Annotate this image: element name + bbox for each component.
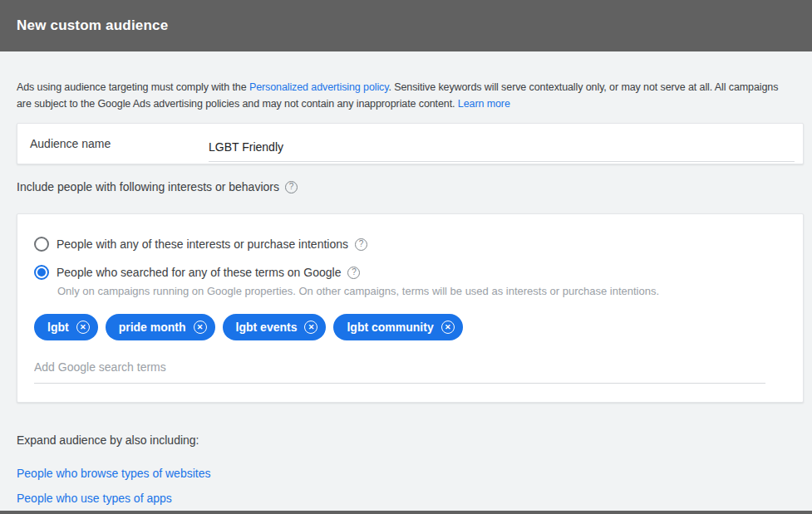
- radio-option-interests[interactable]: People with any of these interests or pu…: [34, 233, 790, 255]
- search-term-chip[interactable]: lgbt events ✕: [223, 314, 327, 340]
- search-term-chip[interactable]: lgbt community ✕: [333, 314, 462, 340]
- audience-name-label: Audience name: [30, 137, 209, 150]
- remove-chip-icon[interactable]: ✕: [76, 321, 90, 334]
- chip-label: lgbt: [47, 321, 69, 334]
- dialog-header: New custom audience: [0, 0, 812, 51]
- radio-searched-label[interactable]: People who searched for any of these ter…: [56, 266, 341, 279]
- footer-bar-edge: [0, 511, 812, 514]
- audience-name-card: Audience name: [17, 123, 804, 164]
- audience-name-input[interactable]: [209, 134, 795, 162]
- search-term-chips: lgbt ✕ pride month ✕ lgbt events ✕ lgbt …: [34, 314, 790, 340]
- policy-text-before: Ads using audience targeting must comply…: [17, 81, 249, 93]
- radio-unselected-icon[interactable]: [34, 237, 49, 252]
- expand-link-apps[interactable]: People who use types of apps: [17, 492, 812, 505]
- remove-chip-icon[interactable]: ✕: [441, 321, 455, 334]
- radio-option-searched[interactable]: People who searched for any of these ter…: [34, 262, 790, 283]
- expand-section-heading: Expand audience by also including:: [17, 433, 812, 447]
- include-heading-label: Include people with following interests …: [17, 180, 279, 193]
- help-icon[interactable]: ?: [347, 267, 360, 279]
- radio-selected-icon[interactable]: [34, 265, 49, 280]
- remove-chip-icon[interactable]: ✕: [304, 321, 317, 334]
- personalized-advertising-policy-link[interactable]: Personalized advertising policy: [249, 81, 389, 93]
- audience-options-card: People with any of these interests or pu…: [17, 213, 804, 403]
- learn-more-link[interactable]: Learn more: [458, 98, 510, 110]
- add-search-terms-input[interactable]: [34, 354, 765, 384]
- radio-dot: [37, 268, 46, 277]
- searched-option-note: Only on campaigns running on Google prop…: [57, 285, 790, 297]
- chip-label: pride month: [119, 321, 186, 334]
- search-term-chip[interactable]: pride month ✕: [106, 314, 215, 340]
- help-icon[interactable]: ?: [285, 181, 298, 193]
- expand-links: People who browse types of websites Peop…: [17, 467, 812, 514]
- include-section-heading: Include people with following interests …: [17, 180, 812, 193]
- help-icon[interactable]: ?: [355, 238, 367, 251]
- remove-chip-icon[interactable]: ✕: [194, 321, 207, 334]
- chip-label: lgbt community: [347, 321, 433, 334]
- page-title: New custom audience: [17, 17, 168, 34]
- chip-label: lgbt events: [236, 321, 298, 334]
- expand-link-websites[interactable]: People who browse types of websites: [17, 467, 812, 480]
- search-term-chip[interactable]: lgbt ✕: [34, 314, 98, 340]
- radio-interests-label[interactable]: People with any of these interests or pu…: [56, 237, 348, 251]
- policy-notice: Ads using audience targeting must comply…: [17, 79, 790, 112]
